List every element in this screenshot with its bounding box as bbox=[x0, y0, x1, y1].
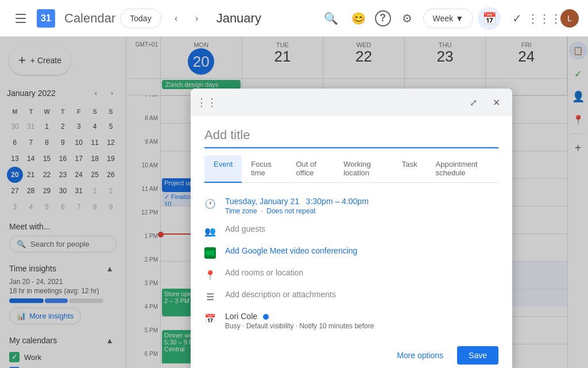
nav-arrows: ‹ › bbox=[166, 8, 207, 29]
avatar[interactable]: L bbox=[560, 9, 579, 28]
calendar-icon: 📅 bbox=[204, 313, 216, 324]
dialog-meet-row: Add Google Meet video conferencing bbox=[204, 241, 498, 263]
logo: 31 bbox=[37, 9, 55, 28]
event-time[interactable]: 3:30pm – 4:00pm bbox=[306, 197, 369, 206]
dialog-expand-icon[interactable]: ⤢ bbox=[464, 93, 482, 112]
svg-marker-1 bbox=[212, 250, 214, 256]
more-options-button[interactable]: More options bbox=[390, 346, 450, 365]
search-icon[interactable]: 🔍 bbox=[320, 7, 343, 30]
save-button[interactable]: Save bbox=[457, 346, 498, 365]
week-dropdown-icon: ▼ bbox=[455, 14, 463, 23]
current-month: January bbox=[216, 11, 261, 26]
dialog-drag-icon: ⋮⋮ bbox=[198, 93, 216, 112]
menu-button[interactable] bbox=[9, 7, 32, 30]
dialog-overlay: ⋮⋮ ⤢ ✕ Event Focus time Out of office Wo… bbox=[0, 37, 588, 368]
week-view-button[interactable]: Week ▼ bbox=[423, 9, 473, 28]
calendar-icon[interactable]: 📅 bbox=[478, 7, 501, 30]
dialog-description-row: ☰ Add description or attachments bbox=[204, 285, 498, 307]
timezone-link[interactable]: Time zone bbox=[225, 207, 257, 215]
app-title: Calendar bbox=[64, 11, 115, 26]
prev-button[interactable]: ‹ bbox=[166, 8, 187, 29]
tab-event[interactable]: Event bbox=[204, 155, 242, 183]
dialog-footer: More options Save bbox=[191, 339, 512, 368]
owner-name: Lori Cole bbox=[225, 312, 257, 321]
tab-task[interactable]: Task bbox=[393, 155, 427, 183]
meet-icon bbox=[204, 247, 216, 259]
dialog-topbar: ⋮⋮ ⤢ ✕ bbox=[191, 89, 512, 116]
owner-dot bbox=[263, 314, 269, 320]
new-event-dialog: ⋮⋮ ⤢ ✕ Event Focus time Out of office Wo… bbox=[191, 89, 512, 368]
event-type-tabs: Event Focus time Out of office Working l… bbox=[204, 155, 498, 183]
check-icon[interactable]: ✓ bbox=[505, 7, 528, 30]
main-layout: + + Create January 2022 ‹ › M T W T bbox=[0, 37, 588, 368]
dialog-location-row: 📍 Add rooms or location bbox=[204, 263, 498, 285]
repeat-link[interactable]: Does not repeat bbox=[266, 207, 315, 215]
description-label[interactable]: Add description or attachments bbox=[225, 290, 336, 299]
event-title-input[interactable] bbox=[204, 125, 498, 148]
today-button[interactable]: Today bbox=[120, 9, 161, 28]
week-label: Week bbox=[433, 14, 454, 23]
tab-working-location[interactable]: Working location bbox=[334, 155, 393, 183]
event-timezone: Time zone · Does not repeat bbox=[225, 207, 498, 215]
owner-status: Busy · Default visibility · Notify 10 mi… bbox=[225, 322, 498, 330]
clock-icon: 🕐 bbox=[204, 198, 216, 209]
status-icon[interactable]: 😊 bbox=[347, 7, 370, 30]
location-icon: 📍 bbox=[204, 269, 216, 281]
tab-out-of-office[interactable]: Out of office bbox=[287, 155, 334, 183]
location-label[interactable]: Add rooms or location bbox=[225, 268, 303, 277]
dialog-guests-row: 👥 Add guests bbox=[204, 220, 498, 241]
dialog-body: Event Focus time Out of office Working l… bbox=[191, 116, 512, 339]
svg-rect-2 bbox=[206, 251, 212, 255]
add-guests-label[interactable]: Add guests bbox=[225, 224, 265, 233]
dialog-close-icon[interactable]: ✕ bbox=[487, 93, 505, 112]
tab-focus-time[interactable]: Focus time bbox=[242, 155, 287, 183]
event-date[interactable]: Tuesday, January 21 bbox=[225, 197, 299, 206]
dialog-datetime-row: 🕐 Tuesday, January 21 3:30pm – 4:00pm Ti… bbox=[204, 192, 498, 220]
help-icon[interactable]: ? bbox=[375, 10, 391, 26]
apps-icon[interactable]: ⋮⋮⋮ bbox=[533, 7, 556, 30]
meet-label[interactable]: Add Google Meet video conferencing bbox=[225, 246, 357, 255]
settings-icon[interactable]: ⚙ bbox=[396, 7, 419, 30]
next-button[interactable]: › bbox=[187, 8, 207, 29]
tab-appointment-schedule[interactable]: Appointment schedule bbox=[427, 155, 498, 183]
topbar: 31 Calendar Today ‹ › January 🔍 😊 ? ⚙ We… bbox=[0, 0, 588, 37]
description-icon: ☰ bbox=[204, 291, 216, 302]
guests-icon: 👥 bbox=[204, 225, 216, 237]
dialog-calendar-row: 📅 Lori Cole Busy · Default visibility · … bbox=[204, 307, 498, 335]
